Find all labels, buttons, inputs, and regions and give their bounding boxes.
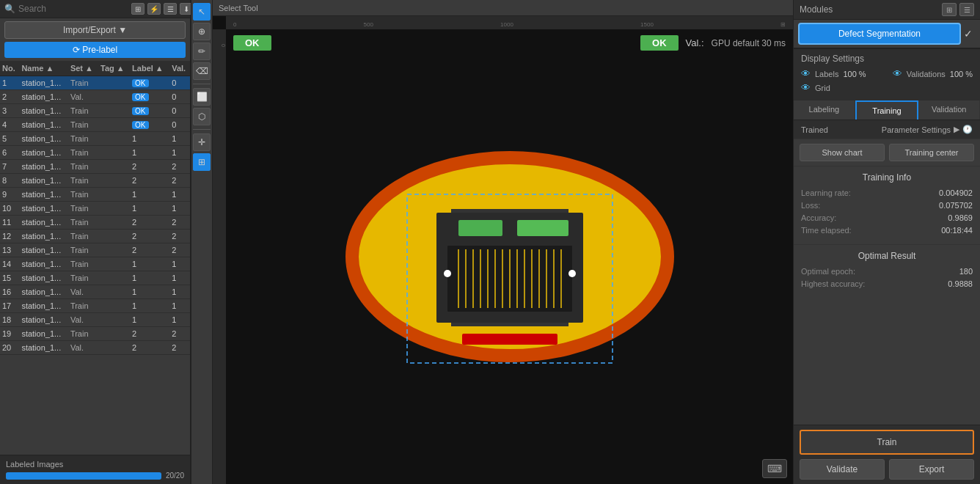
pencil-tool-button[interactable]: ✏ xyxy=(193,43,211,60)
table-row[interactable]: 2 station_1... Val. OK 0 xyxy=(0,90,190,104)
bottom-actions: Validate Export xyxy=(800,459,974,480)
tag-cell xyxy=(98,90,130,104)
name-cell: station_1... xyxy=(19,230,68,243)
image-container[interactable] xyxy=(226,29,793,484)
defect-segmentation-button[interactable]: Defect Segmentation xyxy=(798,23,961,45)
col-no[interactable]: No. xyxy=(0,61,19,76)
label-cell: 1 xyxy=(130,188,169,202)
name-cell: station_1... xyxy=(19,90,68,104)
tag-cell xyxy=(98,285,130,299)
table-row[interactable]: 11 station_1... Train 2 2 xyxy=(0,216,190,230)
right-panel: Modules ⊞ ☰ Defect Segmentation ✓ Displa… xyxy=(793,0,980,484)
set-cell: Train xyxy=(68,243,98,257)
table-body: 1 station_1... Train OK 0 2 station_1...… xyxy=(0,76,190,355)
val-label: Val.: xyxy=(686,37,704,48)
tag-cell xyxy=(98,341,130,355)
table-row[interactable]: 17 station_1... Train 1 1 xyxy=(0,299,190,313)
grid-view-icon[interactable]: ⊞ xyxy=(131,3,145,15)
modules-grid-button[interactable]: ⊞ xyxy=(942,3,957,16)
export-button[interactable]: Export xyxy=(889,459,974,480)
status-ok-badge-1: OK xyxy=(233,35,271,51)
table-row[interactable]: 12 station_1... Train 2 2 xyxy=(0,230,190,243)
tab-validation[interactable]: Validation xyxy=(918,100,980,120)
name-cell: station_1... xyxy=(19,76,68,90)
show-chart-button[interactable]: Show chart xyxy=(800,144,885,161)
table-row[interactable]: 1 station_1... Train OK 0 xyxy=(0,76,190,90)
table-row[interactable]: 15 station_1... Train 1 1 xyxy=(0,271,190,285)
right-bottom: Train Validate Export xyxy=(794,425,980,484)
move-tool-button[interactable]: ✛ xyxy=(193,133,211,151)
col-val[interactable]: Val. xyxy=(169,61,190,76)
tab-labeling[interactable]: Labeling xyxy=(794,100,855,120)
name-cell: station_1... xyxy=(19,174,68,188)
table-row[interactable]: 6 station_1... Train 1 1 xyxy=(0,146,190,160)
search-input[interactable] xyxy=(18,4,128,14)
table-row[interactable]: 8 station_1... Train 2 2 xyxy=(0,174,190,188)
param-settings-button[interactable]: Parameter Settings ▶ 🕐 xyxy=(882,125,973,134)
set-cell: Train xyxy=(68,327,98,341)
keyboard-icon[interactable]: ⌨ xyxy=(762,459,787,478)
list-view-icon[interactable]: ☰ xyxy=(164,3,177,15)
zoom-tool-button[interactable]: ⊕ xyxy=(193,23,211,40)
table-row[interactable]: 9 station_1... Train 1 1 xyxy=(0,188,190,202)
col-set[interactable]: Set ▲ xyxy=(68,61,98,76)
rect-tool-button[interactable]: ⬜ xyxy=(193,88,211,106)
tag-cell xyxy=(98,313,130,327)
no-cell: 9 xyxy=(0,188,19,202)
modules-list-button[interactable]: ☰ xyxy=(959,3,974,16)
col-name[interactable]: Name ▲ xyxy=(19,61,68,76)
tab-training[interactable]: Training xyxy=(855,100,919,120)
label-cell: 1 xyxy=(130,299,169,313)
poly-tool-button[interactable]: ⬡ xyxy=(193,108,211,125)
no-cell: 10 xyxy=(0,202,19,216)
name-cell: station_1... xyxy=(19,188,68,202)
no-cell: 3 xyxy=(0,104,19,118)
modules-title: Modules xyxy=(800,4,833,15)
train-button[interactable]: Train xyxy=(800,430,974,455)
label-cell: 2 xyxy=(130,230,169,243)
training-center-button[interactable]: Training center xyxy=(889,144,974,161)
table-row[interactable]: 20 station_1... Val. 2 2 xyxy=(0,341,190,355)
filter-icon[interactable]: ⚡ xyxy=(147,3,161,15)
no-cell: 1 xyxy=(0,76,19,90)
col-label[interactable]: Label ▲ xyxy=(130,61,169,76)
import-export-button[interactable]: Import/Export ▼ xyxy=(4,21,186,39)
table-row[interactable]: 18 station_1... Val. 1 1 xyxy=(0,313,190,327)
val-cell: 1 xyxy=(169,146,190,160)
table-row[interactable]: 4 station_1... Train OK 0 xyxy=(0,118,190,132)
table-row[interactable]: 7 station_1... Train 2 2 xyxy=(0,160,190,174)
pre-label-button[interactable]: ⟳ Pre-label xyxy=(4,42,186,58)
validations-eye-icon[interactable]: 👁 xyxy=(893,68,902,79)
table-row[interactable]: 16 station_1... Val. 1 1 xyxy=(0,285,190,299)
grid-tool-button[interactable]: ⊞ xyxy=(193,153,211,171)
svg-point-26 xyxy=(568,270,576,277)
labels-eye-icon[interactable]: 👁 xyxy=(801,68,811,79)
val-cell: 1 xyxy=(169,188,190,202)
name-cell: station_1... xyxy=(19,257,68,271)
set-cell: Val. xyxy=(68,313,98,327)
validate-button[interactable]: Validate xyxy=(800,459,885,480)
val-cell: 0 xyxy=(169,76,190,90)
table-row[interactable]: 13 station_1... Train 2 2 xyxy=(0,243,190,257)
no-cell: 6 xyxy=(0,146,19,160)
eraser-tool-button[interactable]: ⌫ xyxy=(193,62,211,80)
val-cell: 2 xyxy=(169,230,190,243)
label-cell: 2 xyxy=(130,243,169,257)
table-row[interactable]: 14 station_1... Train 1 1 xyxy=(0,257,190,271)
val-cell: 1 xyxy=(169,271,190,285)
table-row[interactable]: 10 station_1... Train 1 1 xyxy=(0,202,190,216)
val-cell: 0 xyxy=(169,118,190,132)
select-tool-button[interactable]: ↖ xyxy=(193,3,211,21)
grid-eye-icon[interactable]: 👁 xyxy=(801,82,811,93)
table-row[interactable]: 5 station_1... Train 1 1 xyxy=(0,132,190,146)
gpu-text: GPU default 30 ms xyxy=(712,38,786,48)
highest-accuracy-row: Highest accuracy: 0.9888 xyxy=(801,279,973,288)
tag-cell xyxy=(98,271,130,285)
canvas-area[interactable]: 0 500 1000 1500 ⊞ 0 OK OK Val.: GPU defa… xyxy=(213,16,793,484)
checkmark-button[interactable]: ✓ xyxy=(961,25,976,43)
time-elapsed-key: Time elapsed: xyxy=(801,226,852,235)
table-row[interactable]: 3 station_1... Train OK 0 xyxy=(0,104,190,118)
col-tag[interactable]: Tag ▲ xyxy=(98,61,130,76)
table-row[interactable]: 19 station_1... Train 2 2 xyxy=(0,327,190,341)
validations-text: Validations xyxy=(907,70,946,78)
